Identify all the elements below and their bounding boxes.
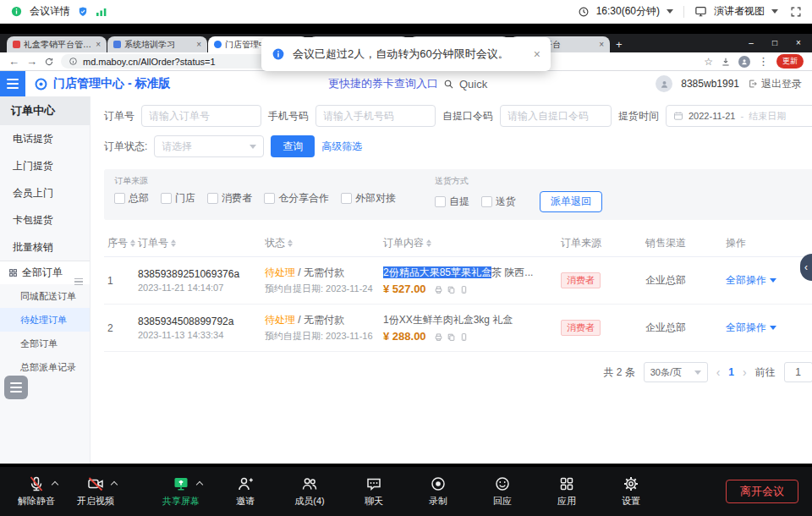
print-icon[interactable]	[434, 285, 443, 294]
print-icon[interactable]	[434, 332, 443, 342]
advanced-filter-link[interactable]: 高级筛选	[321, 140, 362, 154]
view-mode-caret-icon[interactable]	[771, 9, 778, 14]
browser-tab[interactable]: 系统培训学习 ×	[107, 36, 207, 52]
unmute-button[interactable]: 解除静音	[14, 475, 59, 508]
checkbox-icon[interactable]	[341, 193, 352, 204]
site-info-icon[interactable]	[69, 57, 78, 66]
checkbox-icon[interactable]	[161, 193, 172, 204]
date-range-picker[interactable]: 2022-11-21 - 结束日期	[666, 105, 812, 127]
leave-meeting-button[interactable]: 离开会议	[726, 480, 798, 503]
browser-profile-avatar[interactable]	[738, 56, 750, 68]
forward-icon[interactable]: →	[26, 56, 37, 67]
sidebar-item-card-pickup[interactable]: 卡包提货	[0, 206, 90, 233]
logout-button[interactable]: 退出登录	[748, 77, 802, 91]
sort-icon[interactable]	[171, 239, 176, 247]
cell-channel: 企业总部	[645, 321, 726, 335]
sort-icon[interactable]	[426, 239, 431, 247]
sidebar-sub-city-delivery[interactable]: 同城配送订单	[0, 284, 90, 308]
user-avatar[interactable]	[656, 75, 672, 92]
duration-caret-icon[interactable]	[667, 9, 673, 14]
record-button[interactable]: 录制	[415, 475, 461, 508]
window-maximize-icon[interactable]: □	[763, 34, 787, 52]
sidebar-item-door-pickup[interactable]: 上门提货	[0, 152, 90, 179]
browser-tab[interactable]: 礼盒零销平台管理中心 ×	[7, 36, 107, 52]
apps-button[interactable]: 应用	[544, 475, 590, 508]
all-actions-dropdown[interactable]: 全部操作	[726, 273, 798, 288]
browser-menu-icon[interactable]: ⋮	[758, 56, 769, 67]
members-button[interactable]: 成员(4)	[287, 475, 332, 508]
tab-close-icon[interactable]: ×	[96, 40, 101, 49]
checkbox-self-pickup[interactable]: 自提	[435, 195, 469, 209]
refresh-icon[interactable]	[44, 57, 54, 67]
toast-close-icon[interactable]: ×	[534, 47, 540, 61]
invite-button[interactable]: 邀请	[222, 475, 268, 508]
order-no-input[interactable]	[141, 105, 261, 127]
phone-input[interactable]	[315, 105, 436, 127]
promo-text[interactable]: 更快捷的券卡查询入口	[328, 76, 438, 91]
checkbox-external[interactable]: 外部对接	[341, 191, 396, 206]
promo-entry[interactable]: 更快捷的券卡查询入口 Quick	[328, 71, 487, 96]
checkbox-store[interactable]: 门店	[161, 191, 195, 206]
checkbox-icon[interactable]	[481, 196, 492, 207]
sidebar-sub-pending-orders[interactable]: 待处理订单	[0, 308, 90, 332]
current-page[interactable]: 1	[728, 366, 734, 378]
tab-close-icon[interactable]: ×	[196, 40, 201, 49]
floating-list-button[interactable]	[4, 376, 28, 399]
header-order-no[interactable]: 订单号	[138, 236, 265, 250]
tab-close-icon[interactable]: ×	[599, 40, 604, 49]
page-size-select[interactable]: 30条/页	[644, 362, 708, 382]
all-actions-dropdown[interactable]: 全部操作	[726, 321, 798, 335]
sort-icon[interactable]	[288, 239, 293, 247]
start-video-button[interactable]: 开启视频	[73, 475, 118, 508]
fullscreen-icon[interactable]	[790, 6, 802, 18]
checkbox-icon[interactable]	[264, 193, 275, 204]
share-screen-button[interactable]: 共享屏幕	[158, 475, 204, 508]
meeting-info-icon[interactable]	[10, 5, 23, 18]
pickup-code-input[interactable]	[500, 105, 612, 127]
dispatch-return-button[interactable]: 派单退回	[540, 191, 602, 212]
view-mode-label[interactable]: 演讲者视图	[714, 4, 765, 19]
prev-page-icon[interactable]: ‹	[716, 365, 721, 379]
meeting-duration[interactable]: 16:30(60分钟)	[596, 4, 660, 19]
search-button[interactable]: 查询	[271, 135, 315, 157]
order-status-select[interactable]: 请选择	[154, 135, 264, 157]
meeting-detail-label[interactable]: 会议详情	[30, 4, 70, 19]
mic-options-chevron-icon[interactable]	[52, 481, 58, 488]
checkbox-icon[interactable]	[435, 196, 446, 207]
checkbox-icon[interactable]	[114, 193, 125, 204]
video-options-chevron-icon[interactable]	[111, 481, 118, 488]
header-index[interactable]: 序号	[104, 236, 138, 250]
sort-icon[interactable]	[130, 239, 135, 247]
phone-icon[interactable]	[459, 332, 469, 342]
window-close-icon[interactable]: ×	[787, 34, 810, 52]
checkbox-delivery[interactable]: 送货	[481, 195, 516, 209]
goto-page-input[interactable]	[784, 362, 812, 382]
window-minimize-icon[interactable]: –	[739, 34, 763, 52]
sidebar-sub-all-orders[interactable]: 全部订单	[0, 332, 90, 355]
bookmark-star-icon[interactable]: ☆	[704, 57, 713, 67]
share-options-chevron-icon[interactable]	[196, 481, 203, 488]
header-status[interactable]: 状态	[265, 236, 383, 250]
chat-button[interactable]: 聊天	[351, 475, 397, 508]
browser-update-button[interactable]: 更新	[776, 54, 804, 69]
checkbox-icon[interactable]	[207, 193, 218, 204]
sidebar-collapse-icon[interactable]	[74, 276, 86, 288]
sidebar-item-phone-pickup[interactable]: 电话提货	[0, 125, 90, 152]
header-content[interactable]: 订单内容	[383, 236, 561, 250]
download-icon[interactable]	[721, 57, 731, 67]
new-tab-icon[interactable]: +	[616, 38, 623, 52]
sidebar-item-member-visit[interactable]: 会员上门	[0, 179, 90, 206]
phone-icon[interactable]	[459, 285, 469, 294]
promo-quick-label[interactable]: Quick	[459, 78, 487, 91]
copy-icon[interactable]	[447, 332, 456, 342]
back-icon[interactable]: ←	[8, 56, 19, 67]
menu-hamburger-button[interactable]	[0, 71, 25, 96]
settings-button[interactable]: 设置	[608, 475, 654, 508]
next-page-icon[interactable]: ›	[743, 365, 747, 379]
checkbox-hq[interactable]: 总部	[114, 191, 149, 206]
sidebar-item-batch-verify[interactable]: 批量核销	[0, 233, 90, 261]
copy-icon[interactable]	[447, 285, 456, 294]
checkbox-warehouse-share[interactable]: 仓分享合作	[264, 191, 329, 206]
checkbox-consumer[interactable]: 消费者	[207, 191, 252, 206]
reaction-button[interactable]: 回应	[480, 475, 525, 508]
